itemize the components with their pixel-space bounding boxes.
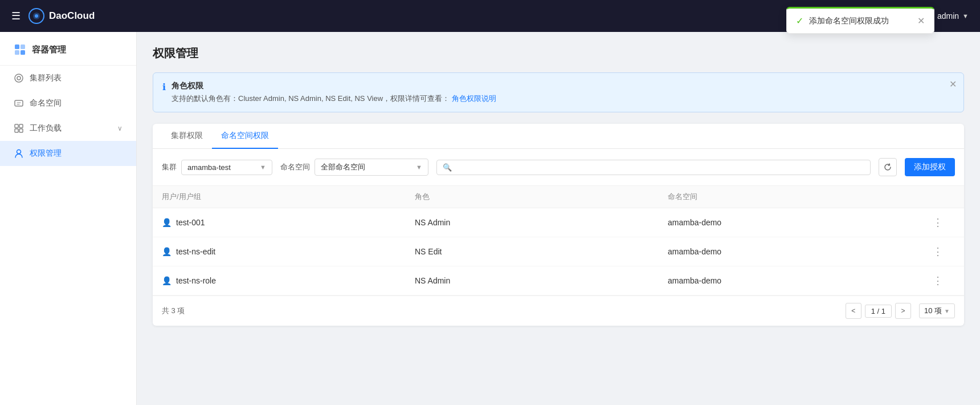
toast-close-button[interactable]: ✕ xyxy=(917,15,925,26)
search-box: 🔍 xyxy=(436,160,871,175)
user-icon-1: 👤 xyxy=(162,218,172,227)
hamburger-menu-icon[interactable]: ☰ xyxy=(11,10,21,22)
pagination: < 1 / 1 > 10 项 ▼ xyxy=(846,303,955,319)
svg-point-9 xyxy=(15,74,23,82)
tab-namespace-permission[interactable]: 命名空间权限 xyxy=(212,124,278,149)
user-name: admin xyxy=(937,11,959,21)
info-banner-close-button[interactable]: ✕ xyxy=(949,79,957,90)
namespace-2: amamba-demo xyxy=(668,247,921,256)
sidebar-section-header: 容器管理 xyxy=(0,32,136,66)
sidebar-section-title-text: 容器管理 xyxy=(32,44,66,55)
info-banner-content: 角色权限 支持的默认角色有：Cluster Admin, NS Admin, N… xyxy=(172,81,954,104)
role-3: NS Admin xyxy=(415,276,668,285)
sidebar-item-cluster-list-label: 集群列表 xyxy=(30,73,62,83)
user-cell-1: 👤 test-001 xyxy=(162,218,415,227)
info-banner: ℹ 角色权限 支持的默认角色有：Cluster Admin, NS Admin,… xyxy=(153,72,964,112)
namespace-3: amamba-demo xyxy=(668,276,921,285)
brand-logo: DaoCloud xyxy=(28,8,95,24)
cluster-list-icon xyxy=(14,73,24,83)
permission-icon xyxy=(14,148,24,159)
svg-rect-14 xyxy=(15,129,18,132)
user-cell-3: 👤 test-ns-role xyxy=(162,276,415,285)
sidebar: 容器管理 集群列表 命名空间 xyxy=(0,32,137,405)
role-permission-link[interactable]: 角色权限说明 xyxy=(452,94,496,103)
table-header: 用户/用户组 角色 命名空间 xyxy=(153,186,964,208)
container-management-icon xyxy=(14,43,26,56)
refresh-button[interactable] xyxy=(879,158,897,176)
tabs-container: 集群权限 命名空间权限 xyxy=(153,124,964,149)
sidebar-item-permission-label: 权限管理 xyxy=(30,148,62,159)
namespace-select[interactable]: 全部命名空间 ▼ xyxy=(315,159,428,176)
search-input[interactable] xyxy=(455,163,864,172)
table-row: 👤 test-ns-role NS Admin amamba-demo ⋮ xyxy=(153,266,964,295)
table-footer: 共 3 项 < 1 / 1 > 10 项 ▼ xyxy=(153,295,964,326)
main-content: 权限管理 ℹ 角色权限 支持的默认角色有：Cluster Admin, NS A… xyxy=(137,32,980,405)
row-3-more-button[interactable]: ⋮ xyxy=(921,274,955,287)
page-info: 1 / 1 xyxy=(865,305,892,318)
svg-point-10 xyxy=(17,76,21,80)
table-row: 👤 test-ns-edit NS Edit amamba-demo ⋮ xyxy=(153,237,964,266)
prev-page-button[interactable]: < xyxy=(846,303,861,319)
tab-cluster-permission[interactable]: 集群权限 xyxy=(162,124,212,149)
role-2: NS Edit xyxy=(415,247,668,256)
navbar-left: ☰ DaoCloud xyxy=(11,8,95,24)
info-banner-description: 支持的默认角色有：Cluster Admin, NS Admin, NS Edi… xyxy=(172,94,954,104)
cluster-select[interactable]: amamba-test ▼ xyxy=(181,160,272,175)
info-banner-title: 角色权限 xyxy=(172,81,954,91)
role-1: NS Admin xyxy=(415,218,668,227)
table-row: 👤 test-001 NS Admin amamba-demo ⋮ xyxy=(153,208,964,237)
next-page-button[interactable]: > xyxy=(895,303,911,319)
namespace-icon xyxy=(14,98,24,108)
row-1-more-button[interactable]: ⋮ xyxy=(921,216,955,229)
svg-rect-13 xyxy=(19,124,23,128)
sidebar-item-permission[interactable]: 权限管理 xyxy=(0,141,136,166)
col-actions xyxy=(921,192,955,202)
user-name-3: test-ns-role xyxy=(176,276,216,285)
namespace-1: amamba-demo xyxy=(668,218,921,227)
namespace-select-chevron-icon: ▼ xyxy=(416,164,422,171)
svg-rect-12 xyxy=(15,124,18,128)
total-count-label: 共 3 项 xyxy=(162,306,846,316)
per-page-value: 10 项 xyxy=(924,306,942,316)
workload-icon xyxy=(14,123,24,133)
sidebar-item-namespace-label: 命名空间 xyxy=(30,98,62,108)
row-2-more-button[interactable]: ⋮ xyxy=(921,245,955,258)
user-cell-2: 👤 test-ns-edit xyxy=(162,247,415,256)
svg-rect-5 xyxy=(15,44,19,49)
cluster-filter-label: 集群 xyxy=(162,162,177,172)
namespace-filter-label: 命名空间 xyxy=(280,162,310,172)
svg-rect-7 xyxy=(15,50,19,55)
workload-chevron-icon: ∨ xyxy=(117,124,122,132)
col-role: 角色 xyxy=(415,192,668,202)
toast-message: 添加命名空间权限成功 xyxy=(809,16,907,26)
svg-point-2 xyxy=(35,14,38,18)
sidebar-item-namespace[interactable]: 命名空间 xyxy=(0,91,136,116)
col-user-group: 用户/用户组 xyxy=(162,192,415,202)
cluster-select-chevron-icon: ▼ xyxy=(260,164,266,171)
svg-rect-15 xyxy=(19,129,23,132)
sidebar-item-workload[interactable]: 工作负载 ∨ xyxy=(0,116,136,141)
daocloud-logo-icon xyxy=(28,8,44,24)
svg-rect-11 xyxy=(15,100,23,106)
svg-rect-6 xyxy=(21,44,25,49)
add-permission-button[interactable]: 添加授权 xyxy=(905,158,955,176)
user-name-2: test-ns-edit xyxy=(176,247,215,256)
user-name-1: test-001 xyxy=(176,218,205,227)
sidebar-item-cluster-list[interactable]: 集群列表 xyxy=(0,66,136,91)
per-page-select[interactable]: 10 项 ▼ xyxy=(919,303,955,318)
user-icon-2: 👤 xyxy=(162,247,172,256)
filters-row: 集群 amamba-test ▼ 命名空间 全部命名空间 ▼ 🔍 xyxy=(153,149,964,186)
per-page-chevron-icon: ▼ xyxy=(944,308,950,314)
col-namespace: 命名空间 xyxy=(668,192,921,202)
cluster-filter-group: 集群 amamba-test ▼ xyxy=(162,160,272,175)
svg-point-16 xyxy=(17,150,21,154)
toast-notification: ✓ 添加命名空间权限成功 ✕ xyxy=(786,7,934,34)
sidebar-item-workload-label: 工作负载 xyxy=(30,123,62,133)
toast-success-icon: ✓ xyxy=(796,15,803,26)
brand-name: DaoCloud xyxy=(49,10,95,22)
info-icon: ℹ xyxy=(162,82,166,92)
svg-rect-8 xyxy=(21,50,25,55)
layout: 容器管理 集群列表 命名空间 xyxy=(0,32,980,405)
refresh-icon xyxy=(884,163,892,171)
user-icon-3: 👤 xyxy=(162,276,172,285)
